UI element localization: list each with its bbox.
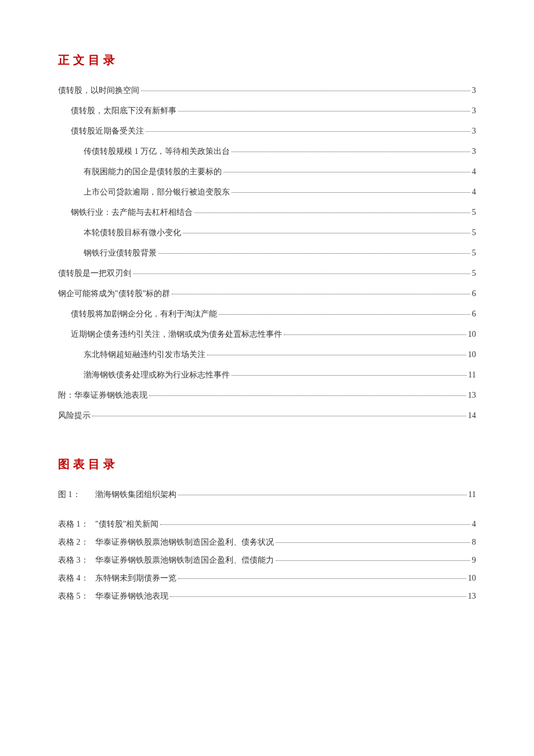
toc-leader-dots bbox=[207, 355, 466, 355]
figtab-entry-prefix: 表格 2： bbox=[58, 536, 95, 548]
toc-leader-dots bbox=[183, 233, 470, 233]
toc-entry-label: 有脱困能力的国企是债转股的主要标的 bbox=[84, 165, 222, 178]
toc-entry-label: 钢铁行业：去产能与去杠杆相结合 bbox=[71, 206, 193, 218]
figtab-entry[interactable]: 表格 1："债转股"相关新闻4 bbox=[58, 518, 476, 530]
toc-entry-page: 10 bbox=[468, 348, 476, 361]
figtab-entry-title: 东特钢未到期债券一览 bbox=[95, 572, 176, 584]
figtab-entry-prefix: 表格 1： bbox=[58, 518, 95, 530]
toc-entry-page: 4 bbox=[472, 165, 476, 178]
toc-leader-dots bbox=[232, 152, 470, 152]
toc-section: 正文目录 债转股，以时间换空间3债转股，太阳底下没有新鲜事3债转股近期备受关注3… bbox=[58, 52, 476, 422]
figtab-leader-dots bbox=[178, 495, 467, 495]
figtab-entry-page: 10 bbox=[468, 572, 476, 584]
toc-entry-label: 风险提示 bbox=[58, 409, 91, 422]
tables-list: 表格 1："债转股"相关新闻4表格 2：华泰证券钢铁股票池钢铁制造国企盈利、债务… bbox=[58, 518, 476, 602]
toc-entry[interactable]: 债转股近期备受关注3 bbox=[58, 125, 476, 137]
figtab-leader-dots bbox=[160, 524, 470, 525]
toc-entry-page: 10 bbox=[468, 328, 476, 340]
figtab-entry-prefix: 表格 3： bbox=[58, 554, 95, 566]
toc-entry[interactable]: 债转股将加剧钢企分化，有利于淘汰产能6 bbox=[58, 308, 476, 320]
toc-leader-dots bbox=[232, 192, 470, 193]
toc-entry-label: 上市公司贷款逾期，部分银行被迫变股东 bbox=[84, 186, 230, 198]
toc-leader-dots bbox=[146, 131, 470, 132]
figtab-entry-prefix: 表格 5： bbox=[58, 590, 95, 602]
figtab-leader-dots bbox=[178, 578, 466, 579]
figtab-entry-page: 4 bbox=[472, 518, 476, 530]
toc-leader-dots bbox=[92, 416, 466, 416]
toc-entry-label: 传债转股规模 1 万亿，等待相关政策出台 bbox=[84, 145, 230, 157]
figtab-leader-dots bbox=[276, 542, 470, 543]
figtab-entry-title: 华泰证券钢铁池表现 bbox=[95, 590, 168, 602]
toc-heading: 正文目录 bbox=[58, 52, 476, 68]
toc-entry[interactable]: 钢企可能将成为"债转股"标的群6 bbox=[58, 287, 476, 300]
toc-entry[interactable]: 上市公司贷款逾期，部分银行被迫变股东4 bbox=[58, 186, 476, 198]
figtab-entry[interactable]: 图 1：渤海钢铁集团组织架构11 bbox=[58, 488, 476, 501]
figtab-section: 图表目录 图 1：渤海钢铁集团组织架构11 表格 1："债转股"相关新闻4表格 … bbox=[58, 456, 476, 602]
toc-entry-label: 债转股将加剧钢企分化，有利于淘汰产能 bbox=[71, 308, 217, 320]
figtab-entry-page: 9 bbox=[472, 554, 476, 566]
toc-entry-label: 债转股是一把双刃剑 bbox=[58, 267, 131, 279]
toc-entry-label: 本轮债转股目标有微小变化 bbox=[84, 226, 181, 239]
toc-entry-page: 3 bbox=[472, 105, 476, 117]
toc-entry-page: 3 bbox=[472, 84, 476, 96]
toc-entry-label: 钢铁行业债转股背景 bbox=[84, 247, 157, 259]
figtab-entry[interactable]: 表格 5：华泰证券钢铁池表现13 bbox=[58, 590, 476, 602]
toc-entry-page: 4 bbox=[472, 186, 476, 198]
toc-entry-label: 近期钢企债务违约引关注，渤钢或成为债务处置标志性事件 bbox=[71, 328, 282, 340]
toc-leader-dots bbox=[178, 111, 470, 111]
toc-leader-dots bbox=[194, 213, 470, 213]
toc-entry[interactable]: 东北特钢超短融违约引发市场关注10 bbox=[58, 348, 476, 361]
figtab-entry-title: "债转股"相关新闻 bbox=[95, 518, 158, 530]
toc-entry-label: 钢企可能将成为"债转股"标的群 bbox=[58, 287, 170, 300]
toc-leader-dots bbox=[219, 314, 470, 315]
toc-entry[interactable]: 附：华泰证券钢铁池表现13 bbox=[58, 389, 476, 401]
toc-entry[interactable]: 有脱困能力的国企是债转股的主要标的4 bbox=[58, 165, 476, 178]
figtab-entry[interactable]: 表格 4：东特钢未到期债券一览10 bbox=[58, 572, 476, 584]
toc-entry[interactable]: 传债转股规模 1 万亿，等待相关政策出台3 bbox=[58, 145, 476, 157]
toc-leader-dots bbox=[284, 334, 466, 335]
toc-entry-page: 13 bbox=[468, 389, 476, 401]
figtab-leader-dots bbox=[170, 596, 466, 597]
toc-entry-page: 5 bbox=[472, 247, 476, 259]
toc-entry[interactable]: 债转股，以时间换空间3 bbox=[58, 84, 476, 96]
toc-entry[interactable]: 近期钢企债务违约引关注，渤钢或成为债务处置标志性事件10 bbox=[58, 328, 476, 340]
toc-entry-page: 5 bbox=[472, 267, 476, 279]
toc-entry-label: 渤海钢铁债务处理或称为行业标志性事件 bbox=[84, 369, 230, 381]
toc-entry[interactable]: 钢铁行业债转股背景5 bbox=[58, 247, 476, 259]
toc-entry-label: 附：华泰证券钢铁池表现 bbox=[58, 389, 147, 401]
figtab-entry-page: 11 bbox=[468, 488, 476, 501]
figtab-entry[interactable]: 表格 3：华泰证券钢铁股票池钢铁制造国企盈利、偿债能力9 bbox=[58, 554, 476, 566]
toc-entry-page: 5 bbox=[472, 226, 476, 239]
toc-leader-dots bbox=[141, 91, 470, 91]
toc-entry[interactable]: 风险提示14 bbox=[58, 409, 476, 422]
toc-entry-label: 东北特钢超短融违约引发市场关注 bbox=[84, 348, 205, 361]
toc-entry-page: 3 bbox=[472, 145, 476, 157]
figtab-entry[interactable]: 表格 2：华泰证券钢铁股票池钢铁制造国企盈利、债务状况8 bbox=[58, 536, 476, 548]
toc-leader-dots bbox=[133, 273, 470, 274]
figtab-entry-title: 华泰证券钢铁股票池钢铁制造国企盈利、偿债能力 bbox=[95, 554, 274, 566]
figures-list: 图 1：渤海钢铁集团组织架构11 bbox=[58, 488, 476, 501]
toc-entry[interactable]: 债转股是一把双刃剑5 bbox=[58, 267, 476, 279]
toc-leader-dots bbox=[149, 395, 466, 396]
toc-entry[interactable]: 渤海钢铁债务处理或称为行业标志性事件11 bbox=[58, 369, 476, 381]
figtab-entry-title: 华泰证券钢铁股票池钢铁制造国企盈利、债务状况 bbox=[95, 536, 274, 548]
toc-entry[interactable]: 钢铁行业：去产能与去杠杆相结合5 bbox=[58, 206, 476, 218]
figtab-entry-page: 13 bbox=[468, 590, 476, 602]
figtab-entry-prefix: 表格 4： bbox=[58, 572, 95, 584]
toc-leader-dots bbox=[232, 375, 467, 376]
figtab-entry-page: 8 bbox=[472, 536, 476, 548]
toc-entry[interactable]: 本轮债转股目标有微小变化5 bbox=[58, 226, 476, 239]
toc-list: 债转股，以时间换空间3债转股，太阳底下没有新鲜事3债转股近期备受关注3传债转股规… bbox=[58, 84, 476, 422]
figtab-entry-prefix: 图 1： bbox=[58, 488, 95, 501]
toc-entry[interactable]: 债转股，太阳底下没有新鲜事3 bbox=[58, 105, 476, 117]
toc-entry-label: 债转股，太阳底下没有新鲜事 bbox=[71, 105, 176, 117]
figtab-leader-dots bbox=[276, 560, 470, 561]
toc-leader-dots bbox=[158, 253, 470, 254]
toc-entry-label: 债转股近期备受关注 bbox=[71, 125, 144, 137]
toc-leader-dots bbox=[223, 172, 470, 172]
toc-entry-page: 6 bbox=[472, 287, 476, 300]
toc-leader-dots bbox=[172, 294, 470, 294]
toc-entry-label: 债转股，以时间换空间 bbox=[58, 84, 139, 96]
toc-entry-page: 5 bbox=[472, 206, 476, 218]
toc-entry-page: 6 bbox=[472, 308, 476, 320]
